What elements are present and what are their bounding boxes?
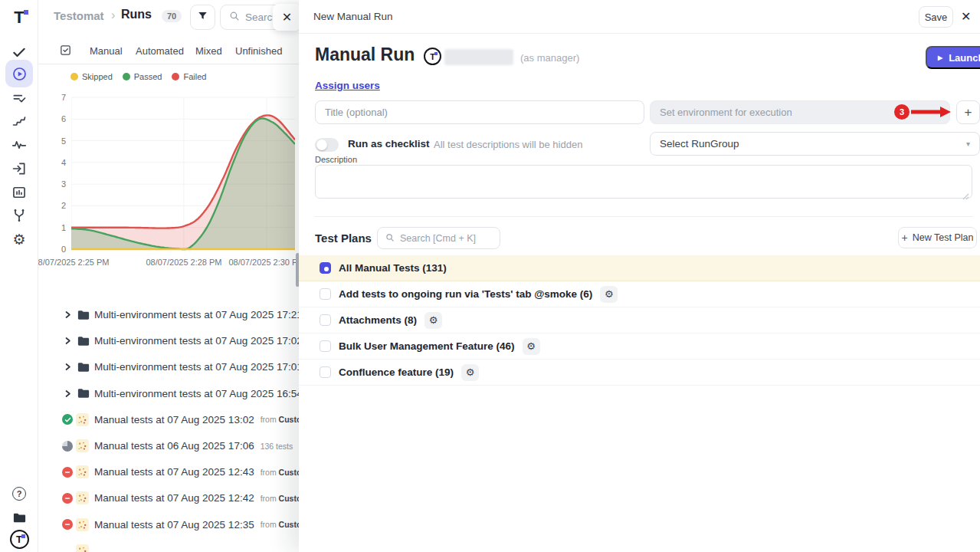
play-circle-icon — [11, 66, 28, 82]
annotation-arrow — [911, 107, 951, 120]
testomat-logo-icon[interactable]: T — [8, 6, 31, 29]
run-label[interactable]: Manual tests at 07 Aug 2025 12:43 — [94, 466, 254, 478]
search-clear-button[interactable]: ✕ — [273, 4, 301, 31]
annotation-step-badge: 3 — [894, 104, 910, 120]
test-plan-row[interactable]: Add tests to ongoing run via 'Tests' tab… — [299, 281, 980, 307]
check-icon — [11, 44, 27, 60]
tab-manual[interactable]: Manual — [90, 45, 123, 57]
status-passed-icon — [62, 414, 73, 425]
sidebar-item-runs[interactable] — [5, 60, 33, 87]
plan-label[interactable]: All Manual Tests (131) — [339, 262, 447, 274]
chevron-right-icon[interactable] — [64, 310, 72, 319]
test-plan-row[interactable]: Attachments (8)⚙ — [299, 307, 980, 334]
panel-header: New Manual Run Save ✕ — [299, 0, 980, 34]
profile-logo-icon: T — [10, 530, 29, 549]
plan-label[interactable]: Attachments (8) — [339, 314, 417, 326]
plan-checkbox[interactable] — [320, 340, 331, 352]
run-folder-row[interactable]: Multi-environment tests at 07 Aug 2025 1… — [38, 380, 303, 406]
run-row[interactable]: Manual tests at 07 Aug 2025 12:43from Cu… — [38, 459, 303, 485]
steps-icon — [11, 113, 27, 129]
run-test-count: 136 tests — [261, 442, 293, 451]
run-folder-label[interactable]: Multi-environment tests at 07 Aug 2025 1… — [94, 388, 303, 399]
y-tick: 1 — [49, 223, 66, 232]
run-folder-label[interactable]: Multi-environment tests at 07 Aug 2025 1… — [94, 309, 303, 320]
test-plan-row[interactable]: Confluence feature (19)⚙ — [299, 360, 980, 386]
plan-settings-button[interactable]: ⚙ — [424, 312, 442, 329]
assign-users-link[interactable]: Assign users — [315, 80, 380, 91]
run-row[interactable]: Manual tests at 07 Aug 2025 12:42from Cu… — [38, 485, 303, 511]
plan-label[interactable]: Add tests to ongoing run via 'Tests' tab… — [339, 288, 592, 300]
status-failed-icon — [62, 519, 73, 530]
description-textarea[interactable] — [315, 165, 972, 199]
plan-settings-button[interactable]: ⚙ — [523, 338, 540, 355]
y-tick: 4 — [49, 158, 66, 167]
checklist-label: Run as checklist — [348, 138, 430, 150]
x-tick: 08/07/2025 2:28 PM — [139, 258, 228, 267]
chevron-down-icon: ▾ — [966, 140, 970, 148]
legend-failed[interactable]: Failed — [172, 72, 206, 81]
select-all-icon[interactable] — [59, 44, 72, 60]
tab-unfinished[interactable]: Unfinished — [235, 45, 282, 57]
add-environment-button[interactable]: + — [956, 100, 980, 124]
import-box-icon — [11, 161, 27, 176]
test-plans-search[interactable] — [377, 227, 500, 249]
test-plans-search-input[interactable] — [400, 233, 488, 244]
run-row[interactable]: Manual tests at 06 Aug 2025 17:06136 tes… — [38, 433, 303, 459]
status-progress-icon — [62, 441, 73, 452]
play-icon: ▶ — [938, 54, 942, 61]
run-as-checklist-toggle[interactable] — [315, 138, 339, 152]
run-label[interactable]: Manual tests at 07 Aug 2025 12:35 — [94, 519, 254, 531]
new-test-plan-button[interactable]: + New Test Plan — [898, 227, 977, 248]
filter-button[interactable] — [190, 5, 215, 30]
run-source: from Custom — [261, 520, 303, 529]
plan-checkbox[interactable] — [320, 314, 331, 326]
chevron-right-icon[interactable] — [64, 389, 72, 398]
runs-tabs: Manual Automated Mixed Unfinished — [38, 38, 303, 64]
save-button[interactable]: Save — [919, 6, 953, 28]
run-folder-label[interactable]: Multi-environment tests at 07 Aug 2025 1… — [94, 335, 303, 347]
launch-button[interactable]: ▶ Launch — [926, 46, 980, 69]
plan-checkbox[interactable] — [320, 262, 331, 274]
run-row[interactable]: Manual tests at 07 Aug 2025 12:35from Cu… — [38, 511, 303, 537]
gear-icon: ⚙ — [12, 232, 25, 247]
run-folder-row[interactable]: Multi-environment tests at 07 Aug 2025 1… — [38, 328, 303, 354]
funnel-icon — [197, 10, 208, 25]
plan-label[interactable]: Confluence feature (19) — [339, 366, 454, 378]
chevron-right-icon[interactable] — [64, 337, 72, 345]
y-tick: 0 — [49, 245, 66, 254]
breadcrumb-app[interactable]: Testomat — [54, 9, 104, 22]
title-input[interactable] — [315, 100, 644, 124]
plan-checkbox[interactable] — [320, 288, 331, 300]
runs-page: Testomat › Runs 70 ✕ Manual Automated Mi… — [38, 0, 303, 552]
plan-checkbox[interactable] — [320, 366, 331, 378]
test-plan-row[interactable]: Bulk User Management Feature (46)⚙ — [299, 334, 980, 360]
chevron-right-icon[interactable] — [64, 363, 72, 371]
run-source: from Custom — [261, 468, 303, 477]
tab-automated[interactable]: Automated — [136, 45, 184, 57]
run-row[interactable]: Manual tests at 07 Aug 2025 13:02from Cu… — [38, 406, 303, 432]
run-label[interactable]: Manual tests at 07 Aug 2025 12:42 — [94, 492, 254, 504]
close-icon[interactable]: ✕ — [961, 9, 971, 24]
folder-icon — [77, 388, 90, 399]
run-folder-row[interactable]: Multi-environment tests at 07 Aug 2025 1… — [38, 354, 303, 380]
legend-passed[interactable]: Passed — [123, 72, 162, 81]
rungroup-select[interactable]: Select RunGroup ▾ — [650, 132, 980, 156]
run-folder-label[interactable]: Multi-environment tests at 07 Aug 2025 1… — [94, 361, 303, 373]
sidebar-item-profile[interactable]: T — [5, 525, 33, 552]
tab-mixed[interactable]: Mixed — [195, 45, 222, 57]
run-source: from Custom — [261, 494, 303, 503]
test-plan-row[interactable]: All Manual Tests (131) — [299, 255, 980, 281]
run-label[interactable]: Manual tests at 06 Aug 2025 17:06 — [94, 440, 254, 452]
run-folder-row[interactable]: Multi-environment tests at 07 Aug 2025 1… — [38, 302, 303, 328]
plan-settings-button[interactable]: ⚙ — [600, 286, 618, 303]
manual-run-icon — [76, 518, 89, 531]
run-label[interactable]: Manual tests at 07 Aug 2025 13:02 — [94, 414, 254, 426]
sidebar-item-settings[interactable]: ⚙ — [5, 225, 33, 253]
plan-settings-button[interactable]: ⚙ — [461, 364, 479, 381]
plan-label[interactable]: Bulk User Management Feature (46) — [339, 340, 515, 352]
description-label: Description — [315, 155, 357, 164]
folder-icon — [77, 336, 90, 347]
legend-skipped[interactable]: Skipped — [70, 72, 113, 81]
resize-handle[interactable] — [962, 189, 969, 203]
run-row-partial[interactable] — [38, 537, 303, 552]
